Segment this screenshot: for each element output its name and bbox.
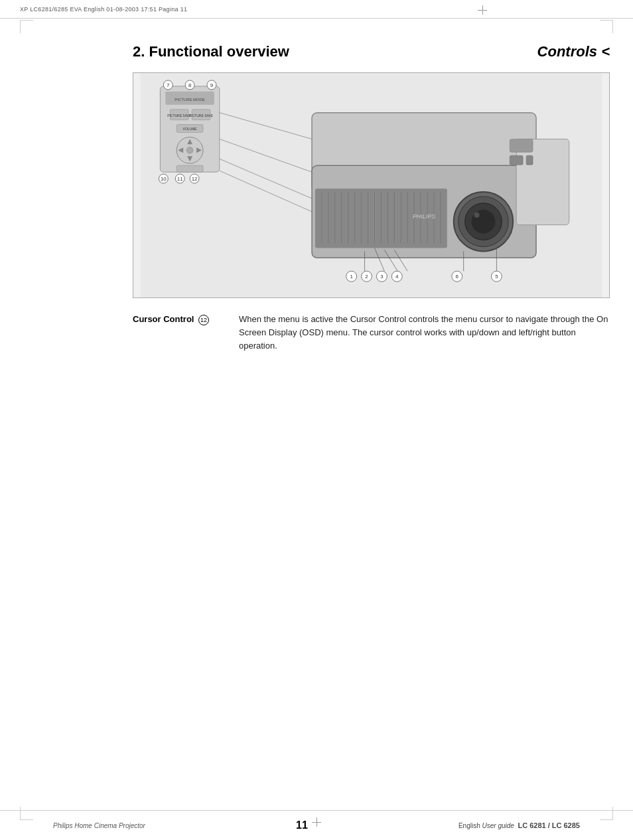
header-bar: XP LC6281/6285 EVA English 01-08-2003 17… — [0, 0, 633, 19]
svg-text:PICTURE SAVE: PICTURE SAVE — [167, 114, 192, 118]
svg-rect-63 — [510, 155, 523, 165]
svg-text:PICTURE MODE: PICTURE MODE — [175, 98, 205, 102]
cursor-control-section: Cursor Control 12 When the menu is activ… — [133, 313, 610, 353]
main-content: 2. Functional overview Controls < PICTUR… — [133, 23, 610, 807]
header-text: XP LC6281/6285 EVA English 01-08-2003 17… — [20, 6, 187, 13]
section-title: 2. Functional overview — [133, 43, 289, 60]
svg-text:2: 2 — [365, 274, 368, 280]
svg-text:11: 11 — [177, 176, 183, 182]
svg-rect-62 — [510, 139, 533, 152]
section-subtitle: Controls < — [537, 43, 610, 60]
svg-text:10: 10 — [161, 176, 167, 182]
svg-text:5: 5 — [495, 274, 498, 280]
svg-text:PHILIPS: PHILIPS — [413, 213, 435, 220]
svg-text:12: 12 — [192, 176, 198, 182]
svg-text:VOLUME: VOLUME — [183, 127, 198, 131]
projector-svg: PICTURE MODE PICTURE SAVE PICTURE SAVE V… — [133, 73, 609, 297]
footer-crosshair — [312, 817, 321, 827]
svg-text:6: 6 — [456, 274, 459, 280]
svg-text:3: 3 — [380, 274, 384, 280]
projector-diagram: PICTURE MODE PICTURE SAVE PICTURE SAVE V… — [133, 72, 610, 298]
svg-rect-16 — [176, 165, 203, 172]
footer-info: English User guide LC 6281 / LC 6285 — [458, 821, 580, 829]
svg-rect-64 — [526, 155, 533, 165]
header-crosshair — [478, 5, 487, 15]
svg-text:8: 8 — [188, 82, 192, 88]
footer-product-name: Philips Home Cinema Projector — [53, 822, 145, 829]
svg-text:1: 1 — [350, 274, 353, 280]
svg-point-61 — [474, 212, 480, 218]
feature-badge: 12 — [198, 315, 209, 325]
svg-text:PICTURE SAVE: PICTURE SAVE — [189, 114, 214, 118]
svg-text:4: 4 — [395, 274, 399, 280]
footer-page-number: 11 — [296, 819, 308, 831]
feature-label: Cursor Control 12 — [133, 313, 239, 353]
svg-text:9: 9 — [210, 82, 214, 88]
svg-text:7: 7 — [167, 82, 170, 88]
feature-description: When the menu is active the Cursor Contr… — [239, 313, 610, 353]
section-heading: 2. Functional overview Controls < — [133, 43, 610, 60]
svg-point-15 — [186, 147, 193, 153]
corner-mark-tl — [20, 20, 33, 33]
